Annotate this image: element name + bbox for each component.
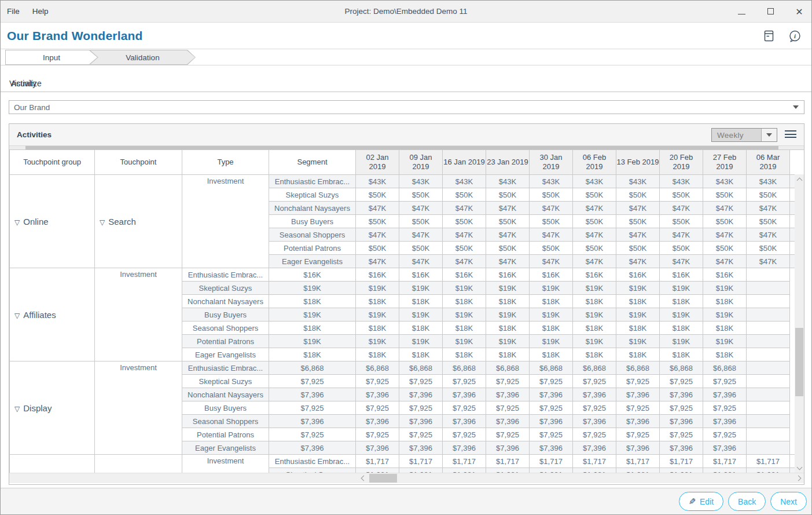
value-cell[interactable]: $19K: [530, 335, 573, 348]
scroll-up-button[interactable]: [795, 176, 804, 185]
value-cell[interactable]: $16K: [530, 268, 573, 282]
hamburger-menu-icon[interactable]: [785, 130, 796, 138]
close-button[interactable]: ✕: [792, 6, 807, 17]
value-cell[interactable]: $19K: [486, 308, 530, 322]
chevron-down-icon[interactable]: [761, 129, 777, 141]
value-cell[interactable]: $7,396: [356, 441, 399, 455]
value-cell[interactable]: $7,396: [443, 388, 486, 401]
value-cell[interactable]: $7,396: [573, 441, 616, 455]
value-cell[interactable]: $19K: [486, 335, 530, 348]
value-cell[interactable]: $19K: [703, 282, 747, 295]
value-cell[interactable]: $19K: [443, 308, 486, 322]
value-cell[interactable]: $50K: [356, 242, 399, 255]
value-cell[interactable]: $19K: [443, 282, 486, 295]
value-cell[interactable]: $50K: [660, 188, 703, 202]
value-cell[interactable]: $50K: [399, 242, 443, 255]
value-cell[interactable]: $18K: [356, 322, 399, 335]
value-cell[interactable]: $6,868: [703, 361, 747, 375]
value-cell[interactable]: $43K: [356, 175, 399, 188]
value-cell[interactable]: $47K: [356, 228, 399, 242]
value-cell[interactable]: $43K: [747, 175, 790, 188]
value-cell[interactable]: $7,396: [399, 388, 443, 401]
value-cell[interactable]: $16K: [269, 268, 356, 282]
value-cell[interactable]: $7,396: [573, 415, 616, 428]
value-cell[interactable]: $7,925: [443, 428, 486, 441]
value-cell[interactable]: $47K: [399, 255, 443, 268]
value-cell[interactable]: $1,981: [399, 468, 443, 473]
value-cell[interactable]: $7,925: [703, 428, 747, 441]
value-cell[interactable]: $50K: [399, 188, 443, 202]
collapse-icon[interactable]: ▽: [14, 218, 20, 227]
collapse-icon[interactable]: ▽: [14, 405, 20, 413]
value-cell[interactable]: $18K: [486, 322, 530, 335]
value-cell[interactable]: $7,396: [703, 388, 747, 401]
value-cell[interactable]: $18K: [530, 295, 573, 308]
value-cell[interactable]: $50K: [486, 242, 530, 255]
scroll-left-button[interactable]: [359, 473, 368, 483]
value-cell[interactable]: $7,925: [443, 375, 486, 388]
value-cell[interactable]: $18K: [399, 348, 443, 361]
value-cell[interactable]: $7,396: [486, 388, 530, 401]
collapse-icon[interactable]: ▽: [100, 218, 105, 227]
value-cell[interactable]: $47K: [486, 228, 530, 242]
value-cell[interactable]: $19K: [269, 282, 356, 295]
value-cell[interactable]: $16K: [486, 268, 530, 282]
value-cell[interactable]: $47K: [660, 255, 703, 268]
value-cell[interactable]: $7,925: [616, 401, 660, 415]
notes-icon[interactable]: [764, 30, 774, 42]
menu-help[interactable]: Help: [26, 7, 55, 16]
value-cell[interactable]: $19K: [660, 308, 703, 322]
value-cell[interactable]: $1,717: [747, 455, 790, 468]
value-cell[interactable]: $1,981: [530, 468, 573, 473]
value-cell[interactable]: $7,925: [269, 428, 356, 441]
value-cell[interactable]: $1,717: [356, 455, 399, 468]
value-cell[interactable]: $19K: [356, 335, 399, 348]
value-cell[interactable]: $18K: [703, 295, 747, 308]
value-cell[interactable]: $47K: [530, 255, 573, 268]
value-cell[interactable]: $19K: [399, 282, 443, 295]
value-cell[interactable]: $50K: [660, 242, 703, 255]
collapse-icon[interactable]: ▽: [14, 312, 20, 320]
value-cell[interactable]: $7,396: [443, 441, 486, 455]
value-cell[interactable]: $50K: [747, 242, 790, 255]
value-cell[interactable]: $50K: [616, 188, 660, 202]
value-cell[interactable]: $16K: [616, 268, 660, 282]
minimize-button[interactable]: [734, 7, 749, 16]
value-cell[interactable]: $43K: [530, 175, 573, 188]
value-cell[interactable]: $1,981: [616, 468, 660, 473]
value-cell[interactable]: $16K: [660, 268, 703, 282]
value-cell[interactable]: $19K: [269, 335, 356, 348]
value-cell[interactable]: $47K: [573, 255, 616, 268]
value-cell[interactable]: $7,396: [399, 415, 443, 428]
value-cell[interactable]: $7,925: [530, 401, 573, 415]
value-cell[interactable]: $50K: [747, 215, 790, 228]
value-cell[interactable]: $1,717: [703, 455, 747, 468]
value-cell[interactable]: $7,925: [486, 375, 530, 388]
value-cell[interactable]: $7,925: [356, 375, 399, 388]
value-cell[interactable]: $18K: [530, 322, 573, 335]
value-cell[interactable]: $7,396: [703, 415, 747, 428]
value-cell[interactable]: $50K: [573, 242, 616, 255]
value-cell[interactable]: $7,925: [573, 401, 616, 415]
value-cell[interactable]: $50K: [530, 188, 573, 202]
value-cell[interactable]: $50K: [703, 242, 747, 255]
value-cell[interactable]: $18K: [399, 295, 443, 308]
value-cell[interactable]: $7,925: [530, 428, 573, 441]
value-cell[interactable]: $7,925: [703, 401, 747, 415]
value-cell[interactable]: $16K: [399, 268, 443, 282]
value-cell[interactable]: $16K: [356, 268, 399, 282]
value-cell[interactable]: $7,925: [356, 428, 399, 441]
vertical-scrollbar-thumb[interactable]: [795, 328, 803, 396]
value-cell[interactable]: $19K: [573, 282, 616, 295]
frequency-dropdown[interactable]: Weekly: [711, 128, 777, 142]
value-cell[interactable]: $19K: [399, 308, 443, 322]
value-cell[interactable]: $18K: [660, 348, 703, 361]
value-cell[interactable]: $47K: [616, 255, 660, 268]
value-cell[interactable]: $43K: [486, 175, 530, 188]
value-cell[interactable]: $7,925: [660, 428, 703, 441]
value-cell[interactable]: $47K: [399, 228, 443, 242]
value-cell[interactable]: $7,396: [399, 441, 443, 455]
info-icon[interactable]: i: [789, 30, 801, 42]
value-cell[interactable]: $7,925: [616, 428, 660, 441]
value-cell[interactable]: $6,868: [356, 361, 399, 375]
